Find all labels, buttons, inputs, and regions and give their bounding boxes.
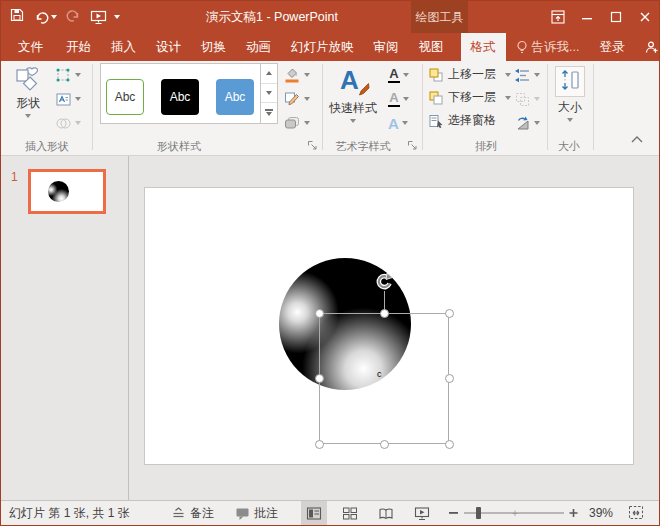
slideshow-view-icon: [414, 506, 430, 521]
view-slideshow-button[interactable]: [409, 501, 435, 525]
tab-home[interactable]: 开始: [56, 33, 101, 61]
size-button[interactable]: 大小: [551, 63, 589, 122]
resize-handle-sw[interactable]: [315, 440, 324, 449]
group-objects-button: [514, 88, 540, 110]
tab-file[interactable]: 文件: [5, 33, 56, 61]
merge-shapes-dropdown-icon: [75, 121, 81, 125]
quick-styles-button[interactable]: A 快速样式: [326, 63, 380, 123]
shapes-button[interactable]: 形状: [5, 63, 51, 118]
resize-handle-ne[interactable]: [445, 309, 454, 318]
start-slideshow-button[interactable]: [90, 9, 120, 25]
shape-effects-button[interactable]: [283, 112, 310, 134]
group-dropdown-icon: [534, 97, 540, 101]
selection-pane-button[interactable]: 选择窗格: [428, 110, 496, 131]
group-separator: [547, 64, 548, 150]
tab-design[interactable]: 设计: [146, 33, 191, 61]
resize-handle-n[interactable]: [380, 309, 389, 318]
view-reading-button[interactable]: [373, 501, 399, 525]
rotate-objects-icon: [514, 115, 531, 132]
text-fill-icon: A: [388, 67, 400, 84]
view-normal-button[interactable]: [301, 501, 327, 525]
slide-thumbnail[interactable]: [28, 169, 106, 214]
shape-style-tile-2[interactable]: Abc: [161, 79, 199, 115]
maximize-icon[interactable]: [601, 1, 630, 33]
send-backward-dropdown-icon[interactable]: [505, 96, 511, 100]
gallery-scrollbar: [260, 64, 277, 123]
save-icon[interactable]: [9, 7, 25, 27]
edit-shape-dropdown-icon: [75, 73, 81, 77]
shape-fill-button[interactable]: [283, 64, 310, 86]
comments-button[interactable]: 批注: [235, 501, 278, 525]
lightbulb-icon: [516, 40, 528, 54]
view-slide-sorter-button[interactable]: [337, 501, 363, 525]
notes-button[interactable]: 备注: [171, 501, 214, 525]
shape-outline-dropdown-icon: [304, 97, 310, 101]
zoom-slider-handle[interactable]: [476, 507, 481, 519]
tab-format[interactable]: 格式: [461, 33, 506, 61]
comments-label: 批注: [254, 505, 278, 522]
minimize-icon[interactable]: [572, 1, 601, 33]
quick-access-toolbar: [9, 1, 120, 33]
collapse-ribbon-icon[interactable]: [629, 133, 645, 148]
ribbon-tab-row: 文件 开始 插入 设计 切换 动画 幻灯片放映 审阅 视图 格式 告诉我... …: [1, 33, 659, 61]
group-separator: [422, 64, 423, 150]
tab-slideshow[interactable]: 幻灯片放映: [281, 33, 364, 61]
resize-handle-e[interactable]: [445, 374, 454, 383]
resize-handle-w[interactable]: [315, 374, 324, 383]
share-button[interactable]: 共享: [634, 33, 660, 61]
quick-styles-icon: A: [337, 66, 369, 98]
undo-button[interactable]: [34, 10, 57, 25]
close-icon[interactable]: [630, 1, 659, 33]
resize-handle-s[interactable]: [380, 440, 389, 449]
zoom-slider-notch: +: [512, 508, 518, 519]
tab-animations[interactable]: 动画: [236, 33, 281, 61]
zoom-in-button[interactable]: [569, 501, 579, 525]
edit-shape-button[interactable]: [55, 64, 81, 86]
gallery-more-icon[interactable]: [261, 103, 277, 123]
text-fill-button[interactable]: A: [388, 64, 409, 86]
align-button[interactable]: [514, 64, 540, 86]
shape-style-tile-3[interactable]: Abc: [216, 79, 254, 115]
text-effects-button[interactable]: A: [388, 112, 408, 134]
normal-view-icon: [306, 506, 322, 521]
text-outline-button[interactable]: A: [388, 88, 409, 110]
resize-handle-se[interactable]: [445, 440, 454, 449]
shapes-label: 形状: [16, 95, 40, 112]
text-box-button[interactable]: [55, 88, 81, 110]
tell-me-box[interactable]: 告诉我...: [506, 33, 590, 61]
gallery-scroll-down-icon[interactable]: [261, 84, 277, 104]
send-backward-button[interactable]: 下移一层: [428, 87, 511, 108]
merge-shapes-button: [55, 112, 81, 134]
edit-shape-icon: [55, 67, 72, 84]
fit-to-window-button[interactable]: [628, 501, 645, 525]
qat-customize-icon[interactable]: [114, 15, 120, 19]
sign-in-button[interactable]: 登录: [589, 33, 634, 61]
group-separator: [92, 64, 93, 150]
comments-icon: [235, 506, 250, 521]
zoom-out-button[interactable]: [449, 501, 459, 525]
shape-styles-gallery: Abc Abc Abc: [100, 63, 278, 124]
bring-forward-button[interactable]: 上移一层: [428, 64, 511, 85]
ribbon: 形状 插入形状 Abc Abc Abc: [1, 61, 659, 156]
shapes-dropdown-icon: [25, 114, 31, 118]
tab-transitions[interactable]: 切换: [191, 33, 236, 61]
undo-dropdown-icon[interactable]: [51, 15, 57, 19]
rotate-handle-icon[interactable]: [374, 272, 394, 296]
resize-handle-nw[interactable]: [315, 309, 324, 318]
bring-forward-dropdown-icon[interactable]: [505, 73, 511, 77]
redo-button: [66, 8, 81, 27]
bring-forward-icon: [428, 67, 444, 83]
tab-review[interactable]: 审阅: [364, 33, 409, 61]
tab-insert[interactable]: 插入: [101, 33, 146, 61]
shape-fill-icon: [283, 66, 301, 84]
shape-outline-button[interactable]: [283, 88, 310, 110]
shape-outline-icon: [283, 90, 301, 108]
ribbon-display-options-icon[interactable]: [543, 1, 572, 33]
send-backward-icon: [428, 90, 444, 106]
shape-style-tile-1[interactable]: Abc: [106, 79, 144, 115]
rotate-button[interactable]: [514, 112, 540, 134]
text-effects-dropdown-icon: [402, 121, 408, 125]
zoom-level[interactable]: 39%: [589, 501, 613, 525]
tab-view[interactable]: 视图: [409, 33, 454, 61]
gallery-scroll-up-icon[interactable]: [261, 64, 277, 84]
